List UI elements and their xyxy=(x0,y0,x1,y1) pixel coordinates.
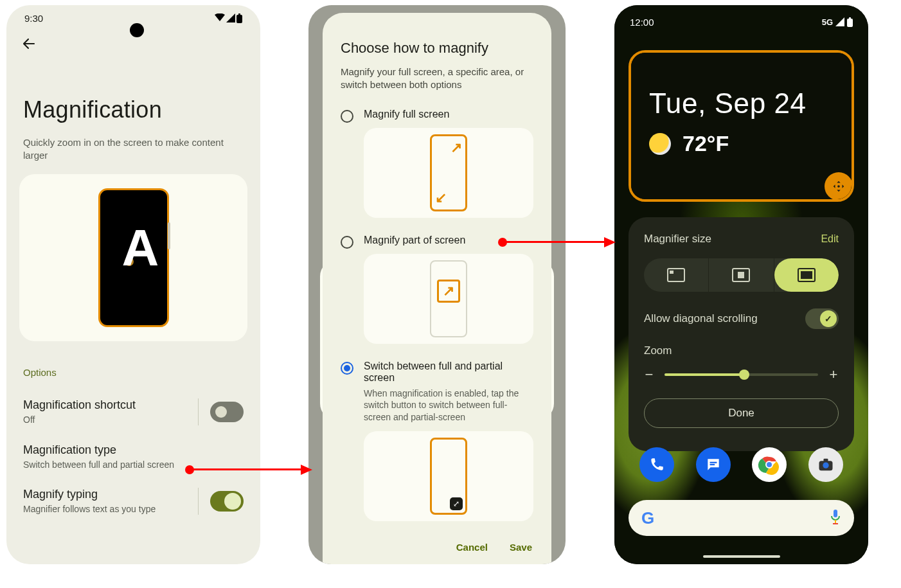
mic-icon[interactable] xyxy=(830,509,841,528)
radio-switch[interactable] xyxy=(341,362,353,375)
magnification-settings-screen: 9:30 Magnification Quickly zoom in on th… xyxy=(6,5,260,564)
status-bar: 12:00 5G xyxy=(614,14,868,30)
chrome-app-icon[interactable] xyxy=(752,447,787,482)
back-button[interactable] xyxy=(15,31,41,57)
zoom-slider[interactable] xyxy=(665,373,818,376)
status-network: 5G xyxy=(822,17,833,27)
widget-temperature: 72°F xyxy=(682,131,729,156)
cancel-button[interactable]: Cancel xyxy=(456,542,488,553)
dialog-title: Choose how to magnify xyxy=(341,40,533,57)
svg-rect-10 xyxy=(801,271,812,279)
edit-button[interactable]: Edit xyxy=(821,233,839,245)
phone-switch-icon: ⤢ xyxy=(430,438,467,515)
svg-rect-3 xyxy=(849,17,851,19)
svg-rect-21 xyxy=(833,523,838,524)
camera-icon xyxy=(817,456,835,474)
messages-app-icon[interactable] xyxy=(696,447,731,482)
magnification-type-row[interactable]: Magnification type Switch between full a… xyxy=(6,434,260,479)
shortcut-title: Magnification shortcut xyxy=(23,398,186,412)
size-large-button[interactable] xyxy=(774,258,839,292)
svg-rect-19 xyxy=(834,510,837,517)
zoom-in-button[interactable]: + xyxy=(828,366,839,383)
widget-weather: 72°F xyxy=(649,131,729,156)
magnifier-panel: Magnifier size Edit Allow diagonal scrol… xyxy=(629,217,854,451)
diagonal-scroll-switch[interactable]: ✓ xyxy=(805,308,839,329)
size-medium-button[interactable] xyxy=(708,258,774,292)
phone-part-icon: ↗ xyxy=(430,260,467,337)
option-switch-label: Switch between full and partial screen xyxy=(364,361,533,384)
status-time: 12:00 xyxy=(630,17,654,28)
dialog-subtitle: Magnify your full screen, a specific are… xyxy=(341,66,533,92)
option-switch-sub: When magnification is enabled, tap the s… xyxy=(364,388,533,424)
divider xyxy=(198,488,199,515)
magnifier-viewport[interactable]: Tue, Sep 24 72°F xyxy=(629,50,854,202)
typing-switch[interactable] xyxy=(210,491,244,512)
status-time: 9:30 xyxy=(24,13,43,24)
battery-icon xyxy=(847,17,853,27)
type-title: Magnification type xyxy=(23,443,244,457)
page-subtitle: Quickly zoom in on the screen to make co… xyxy=(23,136,244,163)
gesture-nav-bar[interactable] xyxy=(703,555,780,558)
radio-part[interactable] xyxy=(341,236,353,249)
zoom-label: Zoom xyxy=(644,344,839,357)
magnifier-drag-handle[interactable] xyxy=(825,172,853,200)
signal-icon xyxy=(226,13,235,22)
svg-point-4 xyxy=(837,185,840,188)
diagonal-scroll-label: Allow diagonal scrolling xyxy=(644,312,758,325)
option-switch[interactable]: Switch between full and partial screen W… xyxy=(341,361,533,522)
search-bar[interactable]: G xyxy=(629,500,854,536)
svg-rect-20 xyxy=(835,520,836,523)
expand-icon: ⤢ xyxy=(450,497,463,510)
radio-full[interactable] xyxy=(341,110,353,123)
svg-point-17 xyxy=(823,463,828,468)
save-button[interactable]: Save xyxy=(510,542,532,553)
phone-icon xyxy=(648,456,665,473)
divider xyxy=(198,398,199,425)
magnifier-size-label: Magnifier size xyxy=(644,233,711,245)
sun-cloud-icon xyxy=(649,133,671,155)
choose-magnify-screen: Choose how to magnify Magnify your full … xyxy=(308,5,566,564)
arrow-left-icon xyxy=(21,37,35,51)
dialog-sheet: Choose how to magnify Magnify your full … xyxy=(323,13,551,564)
signal-icon xyxy=(835,17,844,26)
zoom-out-button[interactable]: − xyxy=(644,366,654,383)
preview-phone-icon: A xyxy=(98,188,169,327)
camera-cutout xyxy=(130,23,144,37)
svg-rect-18 xyxy=(824,459,828,462)
svg-rect-11 xyxy=(709,462,717,463)
typing-sub: Magnifier follows text as you type xyxy=(23,504,186,514)
size-small-button[interactable] xyxy=(644,258,708,292)
move-icon xyxy=(832,179,846,193)
svg-rect-1 xyxy=(238,13,240,15)
wifi-icon xyxy=(215,13,225,22)
done-button[interactable]: Done xyxy=(644,398,839,428)
options-label: Options xyxy=(23,367,260,378)
option-part-screen[interactable]: Magnify part of screen ↗ xyxy=(341,235,533,344)
option-full-screen[interactable]: Magnify full screen ↗↙ xyxy=(341,109,533,218)
shortcut-sub: Off xyxy=(23,414,186,425)
page-title: Magnification xyxy=(23,96,260,123)
option-part-illustration: ↗ xyxy=(364,254,533,344)
option-full-illustration: ↗↙ xyxy=(364,128,533,218)
option-full-label: Magnify full screen xyxy=(364,109,533,120)
phone-full-icon: ↗↙ xyxy=(430,134,467,211)
size-small-icon xyxy=(667,268,685,282)
size-pill-group xyxy=(644,258,839,292)
status-icons: 5G xyxy=(822,17,853,27)
camera-app-icon[interactable] xyxy=(808,447,843,482)
svg-rect-12 xyxy=(709,464,715,465)
messages-icon xyxy=(705,456,722,473)
shortcut-switch[interactable] xyxy=(210,402,244,422)
magnification-shortcut-row[interactable]: Magnification shortcut Off xyxy=(6,389,260,434)
option-switch-illustration: ⤢ xyxy=(364,431,533,521)
magnify-typing-row[interactable]: Magnify typing Magnifier follows text as… xyxy=(6,479,260,524)
status-icons xyxy=(215,13,242,23)
option-part-label: Magnify part of screen xyxy=(364,235,533,246)
svg-rect-6 xyxy=(670,271,674,274)
phone-app-icon[interactable] xyxy=(639,447,674,482)
google-logo-icon: G xyxy=(641,508,654,528)
svg-rect-8 xyxy=(738,272,744,278)
app-dock xyxy=(629,447,854,482)
size-medium-icon xyxy=(732,268,750,282)
battery-icon xyxy=(236,13,242,23)
